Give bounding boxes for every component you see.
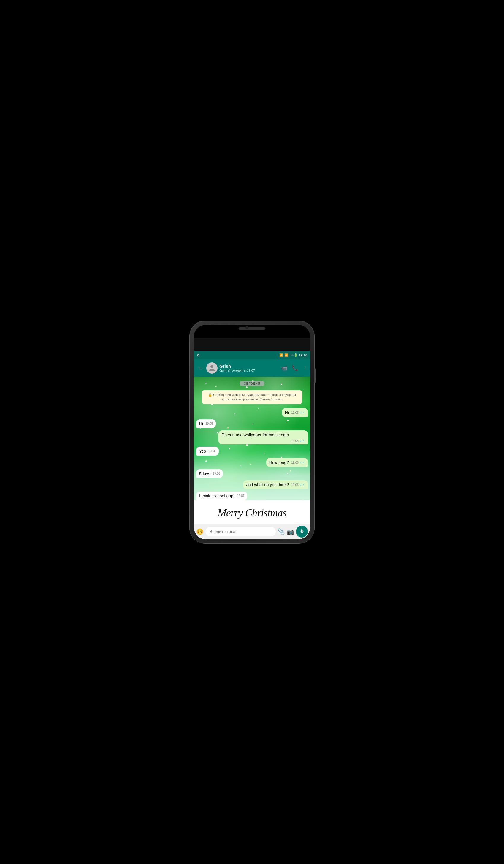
tick-icon: ✓✓ bbox=[300, 460, 305, 465]
message-text: I think it's cool app) bbox=[199, 494, 235, 498]
wifi-icon: 📶 bbox=[279, 353, 283, 357]
message-time: 19:06 bbox=[213, 472, 220, 476]
attach-button[interactable]: 📎 bbox=[277, 528, 285, 535]
message-text: How long? bbox=[269, 460, 289, 465]
status-left: 🖼 bbox=[197, 353, 200, 357]
contact-status: был(-а) сегодня в 19:07 bbox=[219, 369, 279, 372]
message-meta: 19:06 ✓✓ bbox=[291, 483, 305, 487]
message-text: Do you use wallpaper for messenger bbox=[221, 432, 289, 437]
message-bubble: 5days 19:06 bbox=[196, 469, 223, 478]
phone-screen: 🖼 📶 📶 8% 🔋 19:10 ← bbox=[194, 325, 310, 539]
chat-area: ✦✦✦✦✦✦✦✦✦ СЕГОДНЯ 🔒 Сообщения и звонки в… bbox=[194, 377, 310, 500]
message-time: 19:05 bbox=[291, 411, 299, 415]
status-time: 19:10 bbox=[299, 353, 307, 357]
message-text: Hi bbox=[199, 421, 203, 426]
encryption-notice[interactable]: 🔒 Сообщения и звонки в данном чате тепер… bbox=[202, 390, 302, 404]
message-meta: 19:05 ✓✓ bbox=[291, 410, 305, 415]
phone-buttons-right bbox=[314, 368, 315, 383]
screen-area: 🖼 📶 📶 8% 🔋 19:10 ← bbox=[194, 351, 310, 539]
message-meta: 19:06 bbox=[208, 449, 216, 453]
chat-content: СЕГОДНЯ 🔒 Сообщения и звонки в данном ча… bbox=[194, 377, 310, 500]
emoji-button[interactable]: 😊 bbox=[196, 528, 204, 535]
message-bubble: Yes 19:06 bbox=[196, 447, 219, 456]
message-row: and what do you think? 19:06 ✓✓ bbox=[196, 480, 308, 489]
message-row: Hi 19:05 bbox=[196, 419, 308, 428]
video-call-button[interactable]: 📹 bbox=[281, 365, 288, 371]
message-time: 19:07 bbox=[237, 494, 244, 498]
app-bar: ← Grish был(-а) сегодня в 19:07 📹 📞 ⋮ bbox=[194, 359, 310, 377]
camera-button[interactable]: 📷 bbox=[287, 528, 294, 535]
merry-christmas-area: Merry Christmas bbox=[194, 500, 310, 524]
message-row: I think it's cool app) 19:07 bbox=[196, 492, 308, 500]
message-bubble: Hi 19:05 bbox=[196, 419, 216, 428]
message-row: Do you use wallpaper for messenger 19:05… bbox=[196, 430, 308, 444]
message-row: 5days 19:06 bbox=[196, 469, 308, 478]
tick-icon: ✓✓ bbox=[300, 410, 305, 415]
message-bubble: Do you use wallpaper for messenger 19:05… bbox=[218, 430, 308, 444]
app-bar-actions: 📹 📞 ⋮ bbox=[281, 365, 308, 371]
battery-percentage: 8% bbox=[289, 353, 293, 357]
message-text: and what do you think? bbox=[246, 482, 289, 487]
tick-icon: ✓✓ bbox=[300, 439, 305, 443]
avatar[interactable] bbox=[206, 362, 218, 374]
more-options-button[interactable]: ⋮ bbox=[302, 365, 308, 371]
mic-icon bbox=[299, 529, 305, 535]
message-text: 5days bbox=[199, 471, 210, 476]
phone-speaker bbox=[239, 327, 265, 330]
date-badge: СЕГОДНЯ bbox=[240, 381, 264, 386]
merry-christmas-text: Merry Christmas bbox=[218, 507, 286, 519]
status-right: 📶 📶 8% 🔋 19:10 bbox=[279, 353, 307, 357]
message-time: 19:06 bbox=[291, 461, 299, 465]
message-meta: 19:07 bbox=[237, 494, 244, 498]
phone-frame: 🖼 📶 📶 8% 🔋 19:10 ← bbox=[190, 321, 314, 543]
back-button[interactable]: ← bbox=[196, 363, 204, 372]
message-row: Hi 19:05 ✓✓ bbox=[196, 408, 308, 417]
message-bubble: Hi 19:05 ✓✓ bbox=[282, 408, 308, 417]
message-text: Hi bbox=[285, 410, 289, 415]
phone-camera bbox=[245, 326, 249, 329]
tick-icon: ✓✓ bbox=[300, 483, 305, 487]
message-time: 19:06 bbox=[208, 449, 216, 453]
message-input[interactable] bbox=[205, 527, 276, 536]
call-button[interactable]: 📞 bbox=[292, 365, 298, 371]
christmas-label: Merry Christmas bbox=[218, 507, 286, 519]
message-time: 19:05 bbox=[205, 422, 213, 426]
message-row: How long? 19:06 ✓✓ bbox=[196, 458, 308, 467]
message-bubble: How long? 19:06 ✓✓ bbox=[266, 458, 308, 467]
mic-button[interactable] bbox=[296, 526, 308, 538]
message-bubble: I think it's cool app) 19:07 bbox=[196, 492, 247, 500]
status-bar: 🖼 📶 📶 8% 🔋 19:10 bbox=[194, 351, 310, 359]
message-text: Yes bbox=[199, 449, 206, 454]
avatar-icon bbox=[208, 364, 216, 372]
input-bar: 😊 📎 📷 bbox=[194, 524, 310, 539]
message-row: Yes 19:06 bbox=[196, 447, 308, 456]
message-time: 19:06 bbox=[291, 483, 299, 487]
message-meta: 19:05 ✓✓ bbox=[291, 439, 305, 443]
contact-info[interactable]: Grish был(-а) сегодня в 19:07 bbox=[219, 363, 279, 372]
message-meta: 19:05 bbox=[205, 422, 213, 426]
message-meta: 19:06 ✓✓ bbox=[291, 460, 305, 465]
message-time: 19:05 bbox=[291, 439, 299, 443]
message-bubble: and what do you think? 19:06 ✓✓ bbox=[243, 480, 308, 489]
image-icon: 🖼 bbox=[197, 353, 200, 357]
signal-icon: 📶 bbox=[284, 353, 288, 357]
message-meta: 19:06 bbox=[213, 472, 220, 476]
battery-indicator: 8% 🔋 bbox=[289, 353, 297, 357]
chat-bottom: Merry Christmas 😊 📎 📷 bbox=[194, 500, 310, 539]
contact-name: Grish bbox=[219, 363, 279, 369]
